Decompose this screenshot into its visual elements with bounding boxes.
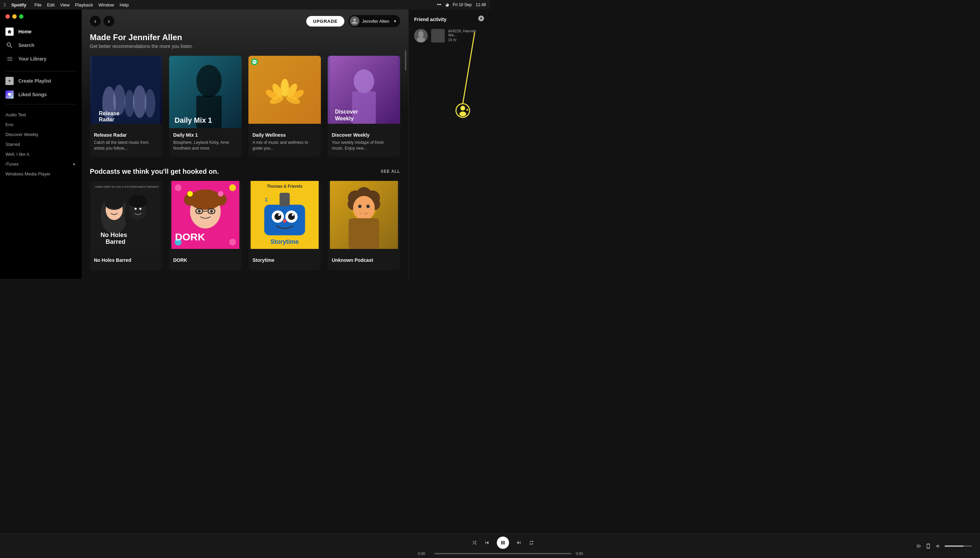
content-body: Made For Jennifer Allen Get better recom…	[82, 33, 408, 279]
card-dork[interactable]: DORK DORK	[169, 181, 242, 270]
nav-section: Home Search Your Library	[0, 22, 82, 68]
card-body-podcast-4: Unknown Podcast	[328, 253, 400, 270]
friend-panel-add-button[interactable]	[478, 15, 485, 23]
svg-point-86	[460, 106, 465, 110]
card-title-no-holes-barred: No Holes Barred	[94, 258, 158, 263]
menu-view[interactable]: View	[60, 2, 70, 8]
friend-avatar-hannah	[414, 29, 428, 43]
menu-bar-time: 11:49	[476, 2, 486, 7]
upgrade-button[interactable]: UPGRADE	[306, 16, 344, 26]
card-daily-mix-1[interactable]: Daily Mix 1 Daily Mix 1 Biosphere, Leyla…	[169, 56, 242, 157]
svg-text:Weekly: Weekly	[335, 116, 354, 121]
back-button[interactable]: ‹	[90, 16, 101, 26]
svg-text:Discover: Discover	[335, 109, 358, 115]
svg-point-5	[145, 89, 156, 118]
svg-point-39	[175, 184, 182, 191]
user-avatar	[350, 16, 359, 26]
card-discover-weekly[interactable]: Discover Weekly Discover Weekly Your wee…	[328, 56, 400, 157]
svg-text:Release: Release	[99, 110, 120, 116]
user-name: Jennifer Allen	[362, 19, 389, 24]
card-body-dork: DORK	[169, 253, 242, 270]
card-body-daily-wellness: Daily Wellness A mix of music and wellne…	[248, 128, 321, 157]
user-menu-button[interactable]: Jennifer Allen ▼	[349, 15, 400, 27]
playlist-windows-media-player[interactable]: Windows Media Player	[0, 169, 82, 179]
top-bar-right: UPGRADE Jennifer Allen ▼	[306, 15, 400, 27]
friend-time-hannah: &#8226; Hannah Wic...	[448, 29, 485, 37]
dork-artwork: DORK	[169, 181, 242, 249]
svg-point-42	[229, 239, 236, 246]
playlist-eno[interactable]: Eno	[0, 120, 82, 130]
menu-bar-left:  Spotify File Edit View Playback Window…	[4, 2, 128, 8]
fullscreen-button[interactable]	[19, 14, 23, 19]
forward-button[interactable]: ›	[104, 16, 114, 26]
menu-items: File Edit View Playback Window Help	[35, 2, 128, 8]
library-icon	[5, 55, 14, 63]
svg-text:Barred: Barred	[106, 238, 125, 245]
menu-file[interactable]: File	[35, 2, 41, 8]
card-body-discover-weekly: Discover Weekly Your weekly mixtape of f…	[328, 128, 400, 157]
traffic-lights	[0, 10, 82, 22]
svg-point-63	[283, 219, 286, 223]
card-desc-daily-mix-1: Biosphere, Leyland Kirby, Arne Nordheim …	[173, 140, 237, 151]
playlist-discover-weekly[interactable]: Discover Weekly	[0, 130, 82, 140]
card-title-podcast-4: Unknown Podcast	[332, 258, 396, 263]
svg-point-31	[128, 195, 148, 207]
sidebar-item-search[interactable]: Search	[0, 38, 82, 52]
svg-point-82	[417, 37, 425, 43]
card-daily-wellness[interactable]: Daily Wellness A mix of music and wellne…	[248, 56, 321, 157]
svg-point-40	[229, 184, 236, 191]
svg-point-87	[459, 112, 466, 116]
card-podcast-4[interactable]: Unknown Podcast	[328, 181, 400, 270]
card-storytime[interactable]: 1 Thomas & Friends Storytime Storytime	[248, 181, 321, 270]
playlist-well-i-like-it[interactable]: Well, I like it.	[0, 149, 82, 159]
scroll-indicator[interactable]	[405, 50, 406, 71]
menu-playback[interactable]: Playback	[75, 2, 93, 8]
menu-edit[interactable]: Edit	[47, 2, 54, 8]
close-button[interactable]	[5, 14, 10, 19]
card-no-holes-barred[interactable]: KNEE DEEP IN LIFE & VICTORIA EMES PRESEN…	[90, 181, 162, 270]
friend-album-art	[431, 29, 445, 43]
playlist-itunes[interactable]: iTunes ►	[0, 159, 82, 169]
svg-rect-21	[352, 92, 376, 124]
friend-time-ago-hannah: 15 hr	[448, 38, 485, 42]
svg-point-53	[218, 191, 224, 197]
svg-rect-79	[349, 218, 380, 249]
card-desc-daily-wellness: A mix of music and wellness to guide you…	[253, 140, 317, 151]
friend-item-hannah: &#8226; Hannah Wic... 15 hr	[414, 29, 485, 43]
menu-bar-control-center[interactable]: ◕	[446, 2, 449, 7]
svg-text:Storytime: Storytime	[271, 238, 299, 245]
svg-text:DORK: DORK	[175, 231, 205, 243]
lotus-icon	[265, 69, 305, 110]
menu-bar-right: ••• ◕ Fri 10 Sep 11:49	[437, 2, 486, 7]
card-body-no-holes-barred: No Holes Barred	[90, 253, 162, 270]
apple-logo-icon[interactable]: 	[4, 2, 6, 8]
search-icon	[5, 41, 14, 49]
menu-window[interactable]: Window	[98, 2, 114, 8]
sidebar-item-create-playlist[interactable]: + Create Playlist	[0, 74, 82, 88]
sidebar-item-library[interactable]: Your Library	[0, 52, 82, 66]
menu-help[interactable]: Help	[120, 2, 129, 8]
minimize-button[interactable]	[12, 14, 16, 19]
svg-text:No Holes: No Holes	[101, 231, 127, 238]
svg-point-4	[133, 85, 147, 118]
svg-text:KNEE DEEP IN LIFE & VICTORIA E: KNEE DEEP IN LIFE & VICTORIA EMES PRESEN…	[95, 185, 159, 189]
card-release-radar[interactable]: Release Radar Release Radar Catch all th…	[90, 56, 162, 157]
sidebar-divider-1	[5, 71, 76, 71]
top-bar: ‹ › UPGRADE Jennifer Allen ▼	[82, 10, 408, 33]
playlist-audio-test[interactable]: Audio Test	[0, 110, 82, 120]
sidebar-playlists: Audio Test Eno Discover Weekly Starred W…	[0, 107, 82, 182]
annotation-arrow	[437, 29, 488, 124]
sidebar-item-liked-songs[interactable]: Liked Songs	[0, 88, 82, 101]
card-title-daily-mix-1: Daily Mix 1	[173, 132, 237, 138]
storytime-artwork: 1 Thomas & Friends Storytime	[248, 181, 321, 249]
no-holes-barred-artwork: KNEE DEEP IN LIFE & VICTORIA EMES PRESEN…	[90, 181, 162, 249]
playlist-starred[interactable]: Starred	[0, 140, 82, 149]
card-body-storytime: Storytime	[248, 253, 321, 270]
card-img-no-holes-barred: KNEE DEEP IN LIFE & VICTORIA EMES PRESEN…	[90, 181, 162, 253]
svg-rect-83	[431, 29, 445, 43]
menu-bar-dots: •••	[437, 2, 441, 7]
sidebar-item-home[interactable]: Home	[0, 25, 82, 38]
daily-mix1-artwork: Daily Mix 1	[169, 56, 242, 124]
see-all-button[interactable]: SEE ALL	[381, 169, 400, 174]
svg-rect-78	[362, 212, 363, 219]
